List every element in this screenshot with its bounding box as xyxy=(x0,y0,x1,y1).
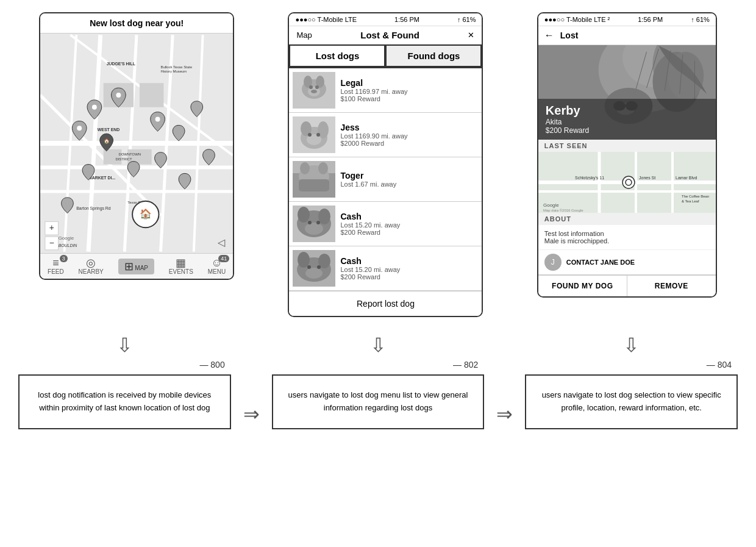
dog-info-1: Jess Lost 1169.90 mi. away $2000 Reward xyxy=(340,123,478,147)
tab-found-dogs[interactable]: Found dogs xyxy=(385,45,482,67)
svg-text:History Museum: History Museum xyxy=(161,70,187,73)
svg-text:DISTRICT: DISTRICT xyxy=(116,157,133,161)
svg-point-71 xyxy=(307,265,311,269)
svg-point-62 xyxy=(318,209,330,224)
status-left-detail: ●●●○○ T-Mobile LTE ² xyxy=(544,16,610,23)
svg-point-56 xyxy=(300,162,310,174)
desc-box-1: lost dog notification is received by mob… xyxy=(18,374,231,429)
detail-title: Lost xyxy=(560,30,579,40)
svg-text:Jones St: Jones St xyxy=(639,176,655,180)
tab-feed[interactable]: ≡ 3 FEED xyxy=(48,257,64,275)
tab-events[interactable]: ▦ EVENTS xyxy=(169,257,193,275)
svg-text:Barton Springs Rd: Barton Springs Rd xyxy=(76,206,111,211)
contact-name: CONTACT JANE DOE xyxy=(566,259,635,266)
dog-info-3: Cash Lost 15.20 mi. away $200 Reward xyxy=(340,212,478,236)
svg-text:JUDGE'S HILL: JUDGE'S HILL xyxy=(107,62,135,66)
svg-text:Google: Google xyxy=(59,235,74,241)
svg-point-28 xyxy=(92,105,97,110)
dog-name-4: Cash xyxy=(340,256,478,266)
arrow-down-2: ⇩ xyxy=(370,335,387,355)
desc-box-3: users navigate to lost dog selection to … xyxy=(525,374,738,429)
dog-thumb-4 xyxy=(293,250,335,287)
dog-item-3[interactable]: Cash Lost 15.20 mi. away $200 Reward xyxy=(289,202,482,246)
tab-menu[interactable]: ☺ 41 MENU xyxy=(208,257,226,275)
dog-list: Legal Lost 1169.97 mi. away $100 Reward xyxy=(289,68,482,291)
svg-text:& Tea Leaf: & Tea Leaf xyxy=(682,199,699,203)
nearby-icon: ◎ xyxy=(86,257,96,268)
detail-footer: FOUND MY DOG REMOVE xyxy=(538,274,716,296)
dog-item-4[interactable]: Cash Lost 15.20 mi. away $200 Reward xyxy=(289,246,482,291)
svg-rect-58 xyxy=(299,179,329,191)
status-right-list: ↑ 61% xyxy=(457,16,476,23)
list-nav-close[interactable]: ✕ xyxy=(468,30,474,40)
found-my-dog-button[interactable]: FOUND MY DOG xyxy=(538,276,627,296)
dog-distance-4: Lost 15.20 mi. away xyxy=(340,266,478,273)
main-container: New lost dog near you! xyxy=(0,0,756,547)
tab-map[interactable]: ⊞ MAP xyxy=(118,259,154,274)
about-text-1: Test lost information xyxy=(544,230,710,237)
tab-nearby-label: NEARBY xyxy=(79,268,104,275)
map-area: JUDGE'S HILL Bullock Texas State History… xyxy=(40,34,233,253)
contact-row[interactable]: J CONTACT JANE DOE xyxy=(538,249,716,274)
svg-point-32 xyxy=(155,117,160,122)
status-bar-detail: ●●●○○ T-Mobile LTE ² 1:56 PM ↑ 61% xyxy=(538,13,716,26)
svg-text:MARKET DI...: MARKET DI... xyxy=(88,176,115,180)
status-time-detail: 1:56 PM xyxy=(638,16,663,23)
desc-number-2: — 802 xyxy=(453,360,478,370)
map-tab-bar: ≡ 3 FEED ◎ NEARBY ⊞ MAP ▦ EVENTS xyxy=(40,253,233,279)
list-tabs: Lost dogs Found dogs xyxy=(289,45,482,68)
svg-text:Map data ©2016 Google: Map data ©2016 Google xyxy=(543,209,583,212)
svg-text:🏠: 🏠 xyxy=(140,208,152,220)
screen-detail: ●●●○○ T-Mobile LTE ² 1:56 PM ↑ 61% ← Los… xyxy=(537,12,717,298)
svg-point-68 xyxy=(298,252,310,268)
map-icon: ⊞ xyxy=(124,260,134,273)
dog-info-4: Cash Lost 15.20 mi. away $200 Reward xyxy=(340,256,478,281)
remove-button[interactable]: REMOVE xyxy=(627,276,716,296)
arrow-right-2: ⇒ xyxy=(496,402,513,426)
list-nav-bar: Map Lost & Found ✕ xyxy=(289,26,482,45)
svg-point-52 xyxy=(316,133,320,137)
tab-nearby[interactable]: ◎ NEARBY xyxy=(79,257,104,275)
tab-map-label: MAP xyxy=(135,265,148,271)
about-label: ABOUT xyxy=(538,213,716,225)
detail-hero-image: Kerby Akita $200 Reward xyxy=(538,45,716,140)
dog-item-0[interactable]: Legal Lost 1169.97 mi. away $100 Reward xyxy=(289,68,482,113)
status-right-detail: ↑ 61% xyxy=(691,16,710,23)
dog-distance-2: Lost 1.67 mi. away xyxy=(340,181,478,188)
back-button[interactable]: ← xyxy=(544,30,554,41)
svg-text:🏠: 🏠 xyxy=(104,138,110,144)
list-nav-title: Lost & Found xyxy=(360,30,419,40)
svg-point-29 xyxy=(116,93,121,98)
feed-icon: ≡ xyxy=(52,257,59,268)
list-nav-back[interactable]: Map xyxy=(296,30,312,40)
last-seen-label: LAST SEEN xyxy=(538,140,716,152)
dog-detail-reward: $200 Reward xyxy=(546,126,708,135)
tab-feed-label: FEED xyxy=(48,268,64,275)
dog-distance-0: Lost 1169.97 mi. away xyxy=(340,88,478,95)
svg-text:Schlotzsky's 11: Schlotzsky's 11 xyxy=(575,176,604,181)
svg-point-63 xyxy=(305,223,323,235)
svg-point-43 xyxy=(309,85,313,89)
tab-feed-badge: 3 xyxy=(60,255,68,262)
dog-name-1: Jess xyxy=(340,123,478,132)
svg-text:+: + xyxy=(49,223,54,232)
dog-detail-name: Kerby xyxy=(546,104,708,118)
tab-lost-dogs[interactable]: Lost dogs xyxy=(289,45,385,67)
tab-menu-badge: 41 xyxy=(218,255,229,262)
dog-name-3: Cash xyxy=(340,212,478,221)
dog-item-2[interactable]: Toger Lost 1.67 mi. away xyxy=(289,157,482,202)
arrow-right-1-container: ⇒ xyxy=(243,335,260,426)
desc-section-2: ⇩ — 802 users navigate to lost dog menu … xyxy=(272,335,485,429)
dog-info-0: Legal Lost 1169.97 mi. away $100 Reward xyxy=(340,78,478,102)
svg-text:The Coffee Bean: The Coffee Bean xyxy=(682,195,709,198)
svg-point-30 xyxy=(77,126,82,130)
dog-item-1[interactable]: Jess Lost 1169.90 mi. away $2000 Reward xyxy=(289,113,482,157)
arrow-down-3: ⇩ xyxy=(623,335,640,355)
events-icon: ▦ xyxy=(176,257,186,268)
svg-text:−: − xyxy=(49,238,54,248)
dog-name-0: Legal xyxy=(340,78,478,88)
about-text-2: Male is microchipped. xyxy=(544,237,710,245)
status-left-list: ●●●○○ T-Mobile LTE xyxy=(295,16,357,23)
svg-text:Google: Google xyxy=(543,202,559,208)
report-lost-dog-button[interactable]: Report lost dog xyxy=(289,291,482,316)
